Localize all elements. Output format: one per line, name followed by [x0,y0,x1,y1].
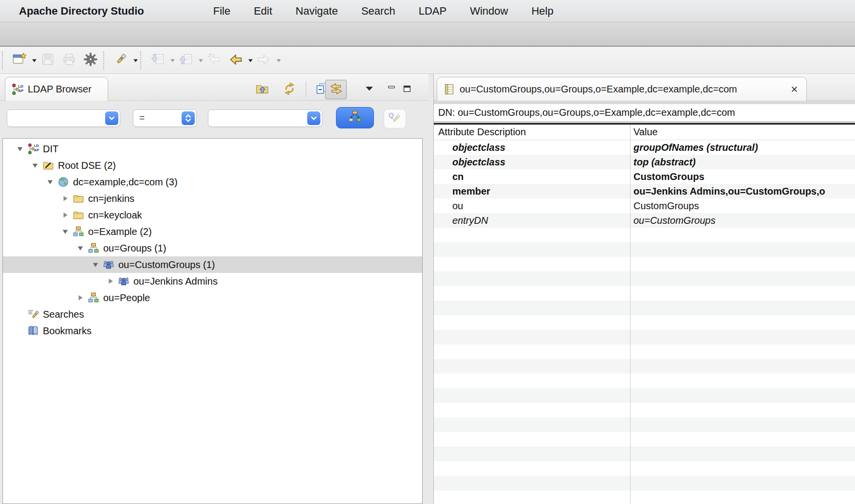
tree-expanded-arrow-icon[interactable] [32,162,42,169]
attribute-value-cell[interactable]: groupOfNames (structural) [630,140,855,155]
tree-expanded-arrow-icon[interactable] [17,145,27,152]
attribute-name-cell [434,271,630,286]
menu-item-ldap[interactable]: LDAP [407,0,458,22]
filter-operator-select[interactable]: = [133,109,197,127]
filter-operator-value: = [139,112,145,123]
attribute-name-cell [434,242,630,257]
new-connection-dropdown-icon[interactable] [32,56,37,65]
tree-item-cn-keycloak[interactable]: cn=keycloak [3,207,422,223]
menu-item-file[interactable]: File [202,0,242,22]
attribute-value-cell[interactable]: CustomGroups [630,198,855,213]
attribute-value-cell[interactable]: CustomGroups [630,169,855,184]
view-menu-button[interactable] [358,80,380,99]
column-header-value[interactable]: Value [630,125,855,140]
menu-item-help[interactable]: Help [520,0,565,22]
attribute-row[interactable]: objectclasstop (abstract) [434,155,855,169]
tree-collapsed-arrow-icon[interactable] [107,278,118,285]
column-header-attribute[interactable]: Attribute Description [434,125,630,140]
tree-expanded-arrow-icon[interactable] [47,179,57,185]
quick-search-button[interactable]: Q [384,109,406,128]
filter-value-select[interactable] [208,109,322,127]
tree-item-ou-groups-1[interactable]: ou=Groups (1) [3,240,422,256]
tree-expanded-arrow-icon[interactable] [62,228,73,235]
tree-item-ou-customgroups-1[interactable]: ou=CustomGroups (1) [3,256,422,273]
attribute-name-cell[interactable]: ou [434,198,630,213]
menu-item-navigate[interactable]: Navigate [284,0,350,22]
attribute-name-cell[interactable]: member [434,184,630,198]
open-parent-button[interactable] [251,80,273,99]
attribute-value-cell[interactable]: ou=CustomGroups [630,213,855,228]
tree-item-ou-people[interactable]: ou=People [3,289,422,306]
export-button [176,50,196,71]
search-dropdown-icon[interactable] [133,56,138,65]
tree-item-o-example-2[interactable]: o=Example (2) [3,223,422,240]
tree-item-root-dse-2[interactable]: Root DSE (2) [3,157,422,174]
empty-row [434,417,855,432]
print-button [59,50,79,71]
import-button [148,50,167,71]
tree-collapsed-arrow-icon[interactable] [62,212,73,218]
maximize-button[interactable] [396,80,418,99]
tree-item-ou-jenkins-admins[interactable]: ou=Jenkins Admins [3,273,422,289]
attribute-value-cell [630,301,855,315]
tree-item-bookmarks[interactable]: Bookmarks [3,323,422,339]
attribute-row[interactable]: entryDNou=CustomGroups [434,213,855,228]
ldap-tree[interactable]: LDAPDITRoot DSE (2)dc=example,dc=com (3)… [2,138,423,504]
back-dropdown-icon[interactable] [248,56,253,65]
back-button[interactable] [226,50,245,71]
ldap-browser-tab[interactable]: LDAP LDAP Browser [5,77,108,101]
attribute-name-cell[interactable]: objectclass [434,140,630,155]
link-with-editor-button[interactable] [325,80,347,99]
attribute-value-cell [630,417,855,432]
menu-item-edit[interactable]: Edit [242,0,284,22]
globe-icon [57,176,69,188]
tree-item-dit[interactable]: LDAPDIT [3,141,422,157]
chevron-down-icon[interactable] [307,111,320,125]
preferences-button[interactable] [81,50,100,71]
attribute-value-cell[interactable]: ou=Jenkins Admins,ou=CustomGroups,o [630,184,855,198]
import-icon [150,52,165,69]
search-button[interactable] [111,50,130,71]
tree-collapsed-arrow-icon[interactable] [62,195,73,202]
empty-row [434,374,855,388]
tree-expanded-arrow-icon[interactable] [77,245,88,252]
apply-filter-button[interactable] [336,107,374,128]
close-icon[interactable] [791,84,800,94]
new-connection-button[interactable] [10,50,29,71]
refresh-button[interactable] [279,80,300,99]
menu-item-search[interactable]: Search [350,0,407,22]
back-history-button [204,50,224,71]
attribute-row[interactable]: cnCustomGroups [434,169,855,184]
org-icon [88,242,99,254]
tree-item-cn-jenkins[interactable]: cn=jenkins [3,190,422,207]
menu-item-window[interactable]: Window [458,0,520,22]
browser-tabbar: LDAP LDAP Browser [0,74,428,101]
attribute-row[interactable]: objectclassgroupOfNames (structural) [434,140,855,155]
window-title-bar[interactable]: LDAP - ou=CustomGroups,ou=Groups,o=Examp… [0,22,855,47]
attribute-row[interactable]: ouCustomGroups [434,198,855,213]
app-menu[interactable]: Apache Directory Studio [19,5,144,18]
stepper-icon[interactable] [182,111,195,125]
ldap-browser-panel: LDAP LDAP Browser = Q LDAPDITRoot DSE (2… [0,74,428,504]
entry-editor-tab[interactable]: ou=CustomGroups,ou=Groups,o=Example,dc=e… [437,77,807,101]
attribute-name-cell[interactable]: objectclass [434,155,630,169]
attribute-value-cell[interactable]: top (abstract) [630,155,855,169]
tree-item-searches[interactable]: Searches [3,306,422,323]
empty-row [434,490,855,504]
forward-icon [257,52,271,69]
tree-collapsed-arrow-icon[interactable] [77,294,88,301]
tree-item-dc-example-dc-com-3[interactable]: dc=example,dc=com (3) [3,174,422,190]
chevron-down-icon[interactable] [105,111,118,125]
refresh-icon [282,82,297,98]
tree-item-label: Searches [43,309,84,320]
attribute-row[interactable]: memberou=Jenkins Admins,ou=CustomGroups,… [434,184,855,198]
tree-item-label: o=Example (2) [88,226,152,237]
column-divider[interactable] [630,125,631,504]
empty-row [434,257,855,271]
tree-expanded-arrow-icon[interactable] [92,261,103,268]
filter-attribute-select[interactable] [7,109,120,127]
attribute-name-cell[interactable]: entryDN [434,213,630,228]
export-icon [179,52,193,69]
attribute-name-cell[interactable]: cn [434,169,630,184]
attribute-value-cell [630,330,855,344]
